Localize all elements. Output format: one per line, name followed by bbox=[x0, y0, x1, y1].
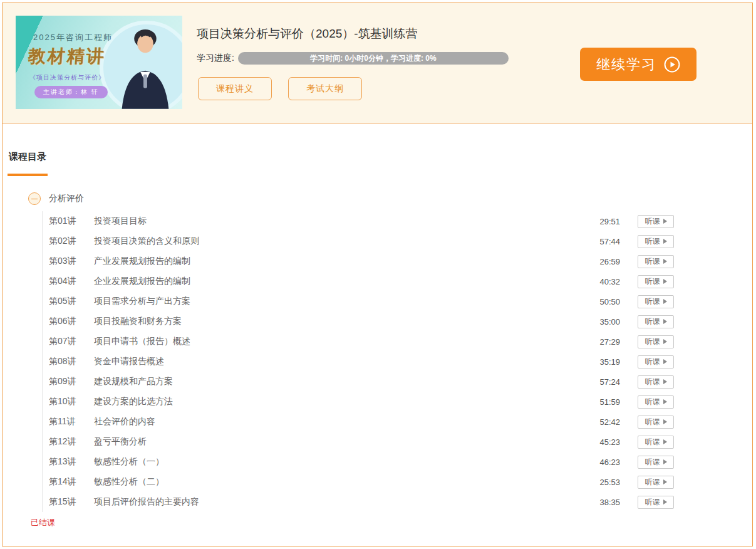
listen-button-label: 听课 bbox=[645, 397, 660, 407]
lecture-row: 第03讲 产业发展规划报告的编制 26:59 听课 bbox=[43, 251, 674, 271]
thumbnail-year-text: 2025年咨询工程师 bbox=[33, 32, 113, 43]
lecture-row: 第01讲 投资项目目标 29:51 听课 bbox=[43, 211, 674, 231]
listen-button-label: 听课 bbox=[645, 337, 660, 347]
thumbnail-main-title: 教材精讲 bbox=[28, 44, 107, 68]
lecture-row: 第13讲 敏感性分析（一） 46:23 听课 bbox=[43, 452, 674, 472]
listen-button[interactable]: 听课 bbox=[638, 235, 674, 248]
listen-button[interactable]: 听课 bbox=[638, 215, 674, 228]
course-thumbnail[interactable]: 2025年咨询工程师 教材精讲 《项目决策分析与评价》 主讲老师：林 轩 bbox=[16, 16, 182, 109]
listen-button-label: 听课 bbox=[645, 357, 660, 367]
listen-button[interactable]: 听课 bbox=[638, 255, 674, 268]
play-triangle-icon bbox=[663, 379, 667, 384]
play-triangle-icon bbox=[663, 439, 667, 444]
lecture-title: 项目申请书（报告）概述 bbox=[94, 336, 190, 347]
progress-label: 学习进度: bbox=[197, 53, 234, 64]
continue-learning-button[interactable]: 继续学习 bbox=[580, 48, 696, 81]
lecture-row: 第14讲 敏感性分析（二） 25:53 听课 bbox=[43, 472, 674, 492]
lecture-row: 第08讲 资金申请报告概述 35:19 听课 bbox=[43, 352, 674, 372]
chapter-section-header: 分析评价 bbox=[28, 192, 84, 205]
listen-button[interactable]: 听课 bbox=[638, 295, 674, 308]
thumbnail-teacher-badge: 主讲老师：林 轩 bbox=[34, 86, 108, 98]
lecture-row: 第07讲 项目申请书（报告）概述 27:29 听课 bbox=[43, 332, 674, 352]
lecture-row: 第10讲 建设方案的比选方法 51:59 听课 bbox=[43, 392, 674, 412]
lecture-duration: 29:51 bbox=[589, 217, 620, 226]
lecture-title: 投资项目决策的含义和原则 bbox=[94, 236, 199, 247]
listen-button-label: 听课 bbox=[645, 437, 660, 447]
listen-button[interactable]: 听课 bbox=[638, 496, 674, 509]
lecture-duration: 51:59 bbox=[589, 397, 620, 407]
listen-button[interactable]: 听课 bbox=[638, 355, 674, 369]
lecture-duration: 52:42 bbox=[589, 417, 620, 427]
lecture-row: 第11讲 社会评价的内容 52:42 听课 bbox=[43, 412, 674, 432]
listen-button-label: 听课 bbox=[645, 316, 660, 327]
listen-button[interactable]: 听课 bbox=[638, 476, 674, 489]
play-triangle-icon bbox=[663, 399, 667, 404]
lecture-duration: 27:29 bbox=[589, 337, 620, 347]
lecture-duration: 26:59 bbox=[589, 257, 620, 266]
listen-button-label: 听课 bbox=[645, 216, 660, 227]
lecture-number: 第09讲 bbox=[49, 376, 83, 387]
lecture-duration: 57:44 bbox=[589, 237, 620, 246]
chapter-section-title: 分析评价 bbox=[49, 193, 84, 204]
lecture-duration: 35:19 bbox=[589, 357, 620, 367]
listen-button[interactable]: 听课 bbox=[638, 416, 674, 429]
lecture-duration: 40:32 bbox=[589, 277, 620, 286]
course-content: 课程目录 分析评价 第01讲 投资项目目标 29:51 听课 第02讲 投资项目… bbox=[3, 123, 752, 546]
listen-button[interactable]: 听课 bbox=[638, 436, 674, 449]
listen-button-label: 听课 bbox=[645, 477, 660, 488]
play-circle-icon bbox=[664, 56, 680, 73]
listen-button[interactable]: 听课 bbox=[638, 456, 674, 469]
play-triangle-icon bbox=[663, 299, 667, 304]
document-buttons: 课程讲义 考试大纲 bbox=[198, 77, 362, 100]
lecture-row: 第05讲 项目需求分析与产出方案 50:50 听课 bbox=[43, 291, 674, 311]
lecture-duration: 45:23 bbox=[589, 437, 620, 447]
lecture-duration: 35:00 bbox=[589, 317, 620, 327]
lecture-number: 第12讲 bbox=[49, 436, 83, 447]
play-triangle-icon bbox=[663, 359, 667, 364]
progress-text: 学习时间: 0小时0分钟，学习进度: 0% bbox=[310, 53, 436, 64]
lecture-row: 第06讲 项目投融资和财务方案 35:00 听课 bbox=[43, 311, 674, 332]
lecture-duration: 46:23 bbox=[589, 457, 620, 467]
collapse-minus-icon[interactable] bbox=[28, 192, 41, 205]
lecture-number: 第03讲 bbox=[49, 256, 83, 267]
lecture-number: 第01讲 bbox=[49, 216, 83, 227]
continue-learning-label: 继续学习 bbox=[596, 55, 656, 74]
lecture-title: 企业发展规划报告的编制 bbox=[94, 276, 190, 287]
lecture-number: 第10讲 bbox=[49, 396, 83, 407]
lecture-title: 产业发展规划报告的编制 bbox=[94, 256, 190, 267]
lecture-row: 第12讲 盈亏平衡分析 45:23 听课 bbox=[43, 432, 674, 452]
lecture-row: 第09讲 建设规模和产品方案 57:24 听课 bbox=[43, 372, 674, 392]
thumbnail-subtitle: 《项目决策分析与评价》 bbox=[29, 73, 105, 82]
listen-button[interactable]: 听课 bbox=[638, 395, 674, 409]
progress-row: 学习进度: 学习时间: 0小时0分钟，学习进度: 0% bbox=[197, 52, 509, 65]
listen-button-label: 听课 bbox=[645, 457, 660, 468]
lecture-number: 第13讲 bbox=[49, 456, 83, 468]
lecture-number: 第04讲 bbox=[49, 276, 83, 287]
listen-button[interactable]: 听课 bbox=[638, 275, 674, 288]
listen-button-label: 听课 bbox=[645, 417, 660, 427]
teacher-photo bbox=[107, 23, 181, 109]
lecture-number: 第08讲 bbox=[49, 356, 83, 367]
lecture-number: 第06讲 bbox=[49, 316, 83, 327]
listen-button[interactable]: 听课 bbox=[638, 375, 674, 389]
lecture-list: 第01讲 投资项目目标 29:51 听课 第02讲 投资项目决策的含义和原则 5… bbox=[42, 211, 674, 512]
lecture-title: 项目后评价报告的主要内容 bbox=[94, 496, 199, 508]
listen-button[interactable]: 听课 bbox=[638, 315, 674, 328]
course-title: 项目决策分析与评价（2025）-筑基训练营 bbox=[197, 26, 418, 42]
tab-course-catalog[interactable]: 课程目录 bbox=[9, 151, 46, 163]
listen-button-label: 听课 bbox=[645, 377, 660, 387]
lecture-number: 第15讲 bbox=[49, 496, 83, 508]
lecture-title: 敏感性分析（一） bbox=[94, 456, 164, 468]
lecture-title: 社会评价的内容 bbox=[94, 416, 155, 427]
lecture-title: 资金申请报告概述 bbox=[94, 356, 164, 367]
lecture-title: 投资项目目标 bbox=[94, 216, 147, 227]
play-triangle-icon bbox=[663, 239, 667, 244]
listen-button[interactable]: 听课 bbox=[638, 335, 674, 348]
handout-button[interactable]: 课程讲义 bbox=[198, 77, 272, 100]
listen-button-label: 听课 bbox=[645, 296, 660, 307]
lecture-title: 盈亏平衡分析 bbox=[94, 436, 147, 447]
syllabus-button[interactable]: 考试大纲 bbox=[288, 77, 362, 100]
lecture-title: 项目需求分析与产出方案 bbox=[94, 296, 190, 307]
progress-bar: 学习时间: 0小时0分钟，学习进度: 0% bbox=[238, 52, 509, 65]
listen-button-label: 听课 bbox=[645, 236, 660, 247]
